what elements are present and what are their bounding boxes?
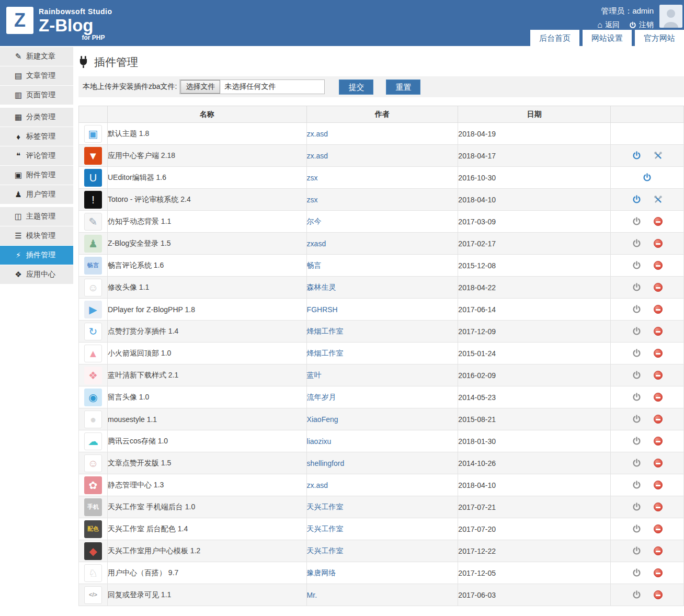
plugin-author-link[interactable]: FGHRSH	[307, 305, 338, 314]
tools-icon[interactable]	[654, 195, 663, 204]
sidebar-item-theme[interactable]: ◫主题管理	[0, 207, 73, 226]
table-row: ♟Z-Blog安全登录 1.5zxasd2017-02-17	[79, 233, 684, 255]
power-icon[interactable]	[632, 524, 641, 533]
power-icon[interactable]	[632, 349, 641, 358]
disable-icon[interactable]	[654, 371, 663, 380]
sidebar-item-attachment[interactable]: ▣附件管理	[0, 166, 73, 185]
power-icon[interactable]	[632, 503, 641, 511]
disable-icon[interactable]	[654, 327, 663, 336]
avatar[interactable]	[659, 5, 682, 28]
power-icon[interactable]	[632, 327, 641, 336]
power-icon[interactable]	[632, 305, 641, 314]
plugin-author-link[interactable]: 天兴工作室	[307, 546, 344, 555]
sidebar-item-page[interactable]: ▥页面管理	[0, 86, 73, 105]
disable-icon[interactable]	[654, 283, 663, 292]
power-icon[interactable]	[632, 151, 641, 160]
plugin-author-link[interactable]: shellingford	[307, 459, 345, 467]
power-icon[interactable]	[632, 393, 641, 402]
disable-icon[interactable]	[654, 524, 663, 533]
document-icon: ▤	[13, 71, 24, 81]
plugin-actions	[611, 349, 683, 358]
power-icon[interactable]	[643, 173, 652, 182]
plugin-author-link[interactable]: 尔今	[307, 217, 322, 225]
plugin-author-link[interactable]: 豫唐网络	[307, 568, 336, 577]
disable-icon[interactable]	[654, 239, 663, 248]
plugin-author-link[interactable]: 天兴工作室	[307, 503, 344, 511]
table-row: ♘用户中心（百搭） 9.7豫唐网络2017-12-05	[79, 562, 684, 584]
back-link[interactable]: ⌂ 返回	[597, 20, 620, 30]
plugin-author-link[interactable]: 森林生灵	[307, 283, 336, 291]
disable-icon[interactable]	[654, 393, 663, 402]
sidebar-item-comment[interactable]: ❝评论管理	[0, 146, 73, 165]
header-tab[interactable]: 官方网站	[635, 30, 684, 46]
sidebar-item-folder[interactable]: ▦分类管理	[0, 108, 73, 127]
submit-button[interactable]: 提交	[339, 79, 373, 95]
sidebar-item-appcenter[interactable]: ❖应用中心	[0, 265, 73, 284]
sidebar-item-document[interactable]: ▤文章管理	[0, 66, 73, 85]
plugin-author-link[interactable]: zx.asd	[307, 481, 328, 489]
header-tab[interactable]: 网站设置	[583, 30, 632, 46]
plugin-author-link[interactable]: zsx	[307, 174, 318, 182]
plugin-author-link[interactable]: zxasd	[307, 239, 326, 248]
disable-icon[interactable]	[654, 503, 663, 511]
power-icon[interactable]	[632, 415, 641, 424]
sidebar-item-plugin[interactable]: ⚡插件管理	[0, 246, 73, 265]
disable-icon[interactable]	[654, 349, 663, 358]
power-icon[interactable]	[632, 459, 641, 467]
disable-icon[interactable]	[654, 415, 663, 424]
reset-button[interactable]: 重置	[386, 79, 420, 95]
plugin-author-link[interactable]: 天兴工作室	[307, 524, 344, 533]
disable-icon[interactable]	[654, 546, 663, 555]
disable-icon[interactable]	[654, 437, 663, 446]
folder-icon: ▦	[13, 112, 24, 122]
plugin-author-link[interactable]: 流年岁月	[307, 393, 336, 401]
header-tab[interactable]: 后台首页	[530, 30, 579, 46]
disable-icon[interactable]	[654, 305, 663, 314]
disable-icon[interactable]	[654, 590, 663, 599]
plugin-author-link[interactable]: 畅言	[307, 261, 322, 269]
power-icon[interactable]	[632, 283, 641, 292]
power-icon[interactable]	[632, 590, 641, 599]
power-icon[interactable]	[632, 568, 641, 577]
power-icon[interactable]	[632, 481, 641, 489]
power-icon[interactable]	[632, 217, 641, 226]
sidebar-item-module[interactable]: ☰模块管理	[0, 226, 73, 245]
plugin-author-link[interactable]: 蓝叶	[307, 371, 322, 379]
power-icon[interactable]	[632, 195, 641, 204]
plugin-actions	[611, 261, 683, 270]
plugin-author-link[interactable]: Mr.	[307, 591, 317, 599]
disable-icon[interactable]	[654, 568, 663, 577]
plugin-author-link[interactable]: liaozixu	[307, 437, 332, 446]
power-icon[interactable]	[632, 371, 641, 380]
power-icon[interactable]	[632, 239, 641, 248]
power-icon[interactable]	[632, 437, 641, 446]
sidebar-item-tag[interactable]: ♦标签管理	[0, 127, 73, 146]
sidebar-item-user[interactable]: ♟用户管理	[0, 185, 73, 204]
author-column-header: 作者	[306, 106, 458, 123]
plugin-author-link[interactable]: zx.asd	[307, 152, 328, 160]
tools-icon[interactable]	[654, 151, 663, 160]
plugin-date: 2018-04-10	[458, 189, 611, 211]
plugin-author-link[interactable]: zsx	[307, 196, 318, 204]
file-input[interactable]: 选择文件 未选择任何文件	[179, 79, 325, 94]
disable-icon[interactable]	[654, 217, 663, 226]
disable-icon[interactable]	[654, 481, 663, 489]
plugin-author-link[interactable]: 烽烟工作室	[307, 327, 344, 335]
plugin-date: 2018-04-22	[458, 277, 611, 299]
tag-icon: ♦	[13, 132, 24, 141]
power-icon[interactable]	[632, 261, 641, 270]
plugin-author-link[interactable]: XiaoFeng	[307, 415, 338, 424]
choose-file-button[interactable]: 选择文件	[180, 80, 220, 94]
sidebar: ✎新建文章▤文章管理▥页面管理▦分类管理♦标签管理❝评论管理▣附件管理♟用户管理…	[0, 47, 73, 287]
disable-icon[interactable]	[654, 261, 663, 270]
sidebar-item-label: 新建文章	[26, 52, 55, 61]
plugin-author-link[interactable]: zx.asd	[307, 130, 328, 138]
plug-icon	[78, 56, 88, 69]
logout-link[interactable]: 注销	[629, 20, 654, 30]
plugin-date: 2014-10-26	[458, 452, 611, 474]
disable-icon[interactable]	[654, 459, 663, 467]
sidebar-item-pencil[interactable]: ✎新建文章	[0, 47, 73, 66]
power-icon[interactable]	[632, 546, 641, 555]
username: admin	[632, 6, 654, 15]
plugin-author-link[interactable]: 烽烟工作室	[307, 349, 344, 357]
